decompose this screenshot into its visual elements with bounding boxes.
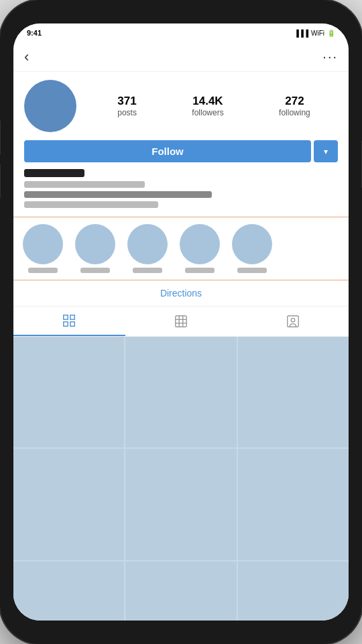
wifi-icon: WiFi bbox=[311, 30, 324, 37]
grid-cell-2[interactable] bbox=[125, 337, 236, 447]
svg-rect-0 bbox=[64, 315, 68, 319]
story-item-3[interactable] bbox=[123, 224, 172, 273]
avatar[interactable] bbox=[24, 80, 76, 132]
camera-notch bbox=[141, 0, 221, 15]
bio-line-3 bbox=[24, 201, 158, 208]
grid-cell-3[interactable] bbox=[238, 337, 349, 447]
follow-row: Follow ▾ bbox=[24, 140, 338, 162]
posts-count: 371 bbox=[117, 95, 136, 108]
story-item-4[interactable] bbox=[176, 224, 224, 273]
follow-dropdown-button[interactable]: ▾ bbox=[314, 140, 338, 162]
story-item-2[interactable] bbox=[71, 224, 119, 273]
story-label-4 bbox=[185, 268, 215, 273]
svg-rect-9 bbox=[287, 316, 298, 327]
bio-line-2 bbox=[24, 191, 212, 198]
tab-grid[interactable] bbox=[13, 307, 125, 336]
signal-icon: ▐▐▐ bbox=[294, 30, 308, 37]
profile-header: 371 posts 14.4K followers 272 following bbox=[24, 80, 338, 132]
more-options-button[interactable]: ··· bbox=[322, 49, 338, 64]
story-label-3 bbox=[133, 268, 162, 273]
following-label: following bbox=[279, 108, 310, 117]
followers-stat[interactable]: 14.4K followers bbox=[192, 95, 223, 117]
volume-down-button bbox=[0, 164, 1, 198]
grid-icon bbox=[62, 313, 76, 328]
directions-tab[interactable]: Directions bbox=[13, 280, 349, 307]
story-circle-5 bbox=[232, 224, 272, 264]
story-circle-3 bbox=[127, 224, 168, 264]
tab-bar bbox=[13, 307, 349, 337]
bio-section bbox=[24, 169, 338, 217]
story-label-2 bbox=[80, 268, 110, 273]
battery-icon: 🔋 bbox=[327, 30, 335, 37]
follow-button[interactable]: Follow bbox=[24, 140, 311, 162]
grid-cell-4[interactable] bbox=[13, 449, 124, 559]
story-circle-2 bbox=[75, 224, 115, 264]
followers-label: followers bbox=[192, 108, 223, 117]
stories-section bbox=[13, 217, 349, 280]
posts-label: posts bbox=[117, 108, 137, 117]
followers-count: 14.4K bbox=[192, 95, 223, 108]
bio-username bbox=[24, 169, 84, 177]
stats-row: 371 posts 14.4K followers 272 following bbox=[90, 95, 338, 117]
grid-cell-1[interactable] bbox=[13, 337, 124, 447]
grid-cell-9[interactable] bbox=[238, 561, 349, 621]
status-time: 9:41 bbox=[27, 29, 42, 37]
svg-rect-2 bbox=[64, 322, 68, 326]
directions-label: Directions bbox=[160, 288, 202, 299]
grid-cell-8[interactable] bbox=[125, 561, 236, 621]
svg-rect-3 bbox=[70, 322, 74, 326]
back-button[interactable]: ‹ bbox=[24, 48, 29, 66]
posts-stat[interactable]: 371 posts bbox=[117, 95, 137, 117]
grid-cell-5[interactable] bbox=[125, 449, 236, 559]
tab-tagged[interactable] bbox=[237, 307, 349, 336]
story-item-5[interactable] bbox=[228, 224, 276, 273]
grid-cell-6[interactable] bbox=[238, 449, 349, 559]
phone-screen: 9:41 ▐▐▐ WiFi 🔋 ‹ ··· 371 posts bbox=[13, 23, 349, 621]
grid-cell-7[interactable] bbox=[13, 561, 124, 621]
svg-point-10 bbox=[291, 318, 295, 322]
reels-icon bbox=[174, 314, 188, 329]
svg-rect-1 bbox=[70, 315, 74, 319]
volume-up-button bbox=[0, 121, 1, 154]
tagged-icon bbox=[286, 314, 300, 329]
top-nav: ‹ ··· bbox=[13, 42, 349, 72]
story-circle-1 bbox=[23, 224, 63, 264]
story-circle-4 bbox=[180, 224, 220, 264]
story-label-5 bbox=[237, 268, 267, 273]
tab-reels[interactable] bbox=[125, 307, 237, 336]
following-stat[interactable]: 272 following bbox=[279, 95, 310, 117]
status-icons: ▐▐▐ WiFi 🔋 bbox=[294, 30, 335, 37]
phone-frame: 9:41 ▐▐▐ WiFi 🔋 ‹ ··· 371 posts bbox=[0, 0, 362, 644]
svg-rect-4 bbox=[176, 316, 187, 327]
status-bar: 9:41 ▐▐▐ WiFi 🔋 bbox=[13, 23, 349, 42]
following-count: 272 bbox=[285, 95, 304, 108]
photo-grid bbox=[13, 337, 349, 621]
story-label-1 bbox=[28, 268, 58, 273]
story-item-1[interactable] bbox=[19, 224, 67, 273]
bio-line-1 bbox=[24, 181, 145, 188]
profile-section: 371 posts 14.4K followers 272 following … bbox=[13, 72, 349, 217]
